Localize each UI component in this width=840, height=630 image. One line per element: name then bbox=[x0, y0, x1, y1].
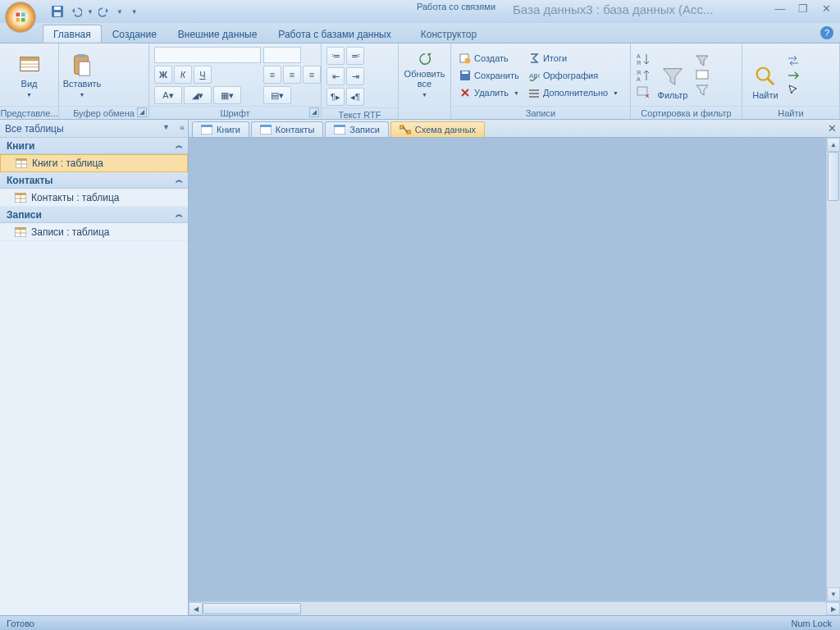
horizontal-scrollbar[interactable]: ◀ ▶ bbox=[189, 601, 840, 615]
save-icon[interactable] bbox=[51, 5, 64, 18]
font-size-combo[interactable] bbox=[263, 47, 301, 63]
svg-point-0 bbox=[13, 10, 28, 25]
underline-button[interactable]: Ч bbox=[194, 66, 212, 84]
close-button[interactable]: ✕ bbox=[817, 2, 835, 15]
bold-button[interactable]: Ж bbox=[154, 66, 172, 84]
ltr-button[interactable]: ¶▸ bbox=[326, 88, 345, 106]
hscroll-thumb[interactable] bbox=[203, 603, 301, 614]
scroll-down-button[interactable]: ▼ bbox=[827, 587, 840, 601]
totals-button[interactable]: Итоги bbox=[525, 50, 622, 66]
toggle-filter-icon[interactable] bbox=[695, 84, 710, 97]
scroll-up-button[interactable]: ▲ bbox=[827, 138, 840, 152]
numbering-button[interactable]: ≕ bbox=[346, 47, 364, 65]
refresh-all-button[interactable]: Обновить все ▼ bbox=[407, 48, 443, 103]
svg-rect-13 bbox=[77, 54, 84, 58]
tab-database-tools[interactable]: Работа с базами данных bbox=[267, 25, 401, 43]
italic-button[interactable]: К bbox=[174, 66, 192, 84]
gridlines-button[interactable]: ▦▾ bbox=[213, 86, 241, 104]
svg-rect-1 bbox=[16, 13, 21, 17]
chevron-up-icon: ︽ bbox=[176, 209, 183, 220]
nav-collapse-icon[interactable]: « bbox=[180, 122, 185, 132]
replace-icon[interactable] bbox=[786, 54, 801, 67]
chevron-up-icon: ︽ bbox=[176, 175, 183, 185]
alt-row-color-button[interactable]: ▤▾ bbox=[263, 86, 291, 104]
paste-button[interactable]: Вставить ▼ bbox=[64, 48, 100, 103]
align-right-button[interactable]: ≡ bbox=[303, 66, 321, 84]
nav-header-label: Все таблицы bbox=[5, 123, 64, 135]
office-button[interactable] bbox=[5, 2, 36, 33]
find-group-label: Найти bbox=[742, 106, 839, 119]
save-record-button[interactable]: Сохранить bbox=[456, 67, 523, 84]
minimize-button[interactable]: — bbox=[771, 2, 789, 15]
close-doc-button[interactable]: ✕ bbox=[828, 122, 837, 135]
selection-filter-icon[interactable] bbox=[695, 54, 710, 67]
qat-customize[interactable]: ▼ bbox=[131, 8, 138, 16]
chevron-up-icon: ︽ bbox=[176, 140, 183, 151]
svg-rect-24 bbox=[462, 71, 468, 74]
views-group-label: Представле... bbox=[0, 106, 58, 119]
table-icon bbox=[16, 158, 27, 168]
restore-button[interactable]: ❐ bbox=[794, 2, 812, 15]
more-button[interactable]: Дополнительно▼ bbox=[525, 84, 622, 101]
nav-dropdown-icon[interactable]: ▼ bbox=[162, 123, 170, 131]
sort-asc-icon[interactable]: АЯ bbox=[636, 52, 651, 66]
clear-sort-icon[interactable] bbox=[636, 84, 651, 99]
redo-dropdown[interactable]: ▼ bbox=[116, 8, 123, 16]
scroll-left-button[interactable]: ◀ bbox=[189, 602, 203, 615]
nav-header[interactable]: Все таблицы ▼ « bbox=[0, 120, 188, 138]
svg-rect-7 bbox=[54, 12, 61, 16]
fill-color-button[interactable]: ◢▾ bbox=[184, 86, 212, 104]
nav-group-contacts[interactable]: Контакты︽ bbox=[0, 172, 188, 189]
doctab-contacts[interactable]: Контакты bbox=[251, 121, 324, 137]
nav-item-records-table[interactable]: Записи : таблица bbox=[0, 223, 188, 241]
advanced-filter-icon[interactable] bbox=[695, 69, 710, 82]
nav-item-contacts-table[interactable]: Контакты : таблица bbox=[0, 189, 188, 207]
tab-create[interactable]: Создание bbox=[102, 25, 167, 43]
table-icon bbox=[260, 125, 272, 135]
undo-icon[interactable] bbox=[69, 5, 82, 18]
svg-rect-55 bbox=[407, 130, 411, 134]
vertical-scrollbar[interactable]: ▲ ▼ bbox=[826, 138, 840, 601]
doctab-records[interactable]: Записи bbox=[325, 121, 389, 137]
find-button[interactable]: Найти bbox=[747, 48, 783, 103]
increase-indent-button[interactable]: ⇥ bbox=[346, 67, 364, 85]
select-icon[interactable] bbox=[786, 84, 801, 97]
filter-button[interactable]: Фильтр bbox=[653, 48, 692, 103]
tab-designer[interactable]: Конструктор bbox=[410, 25, 487, 43]
align-center-button[interactable]: ≡ bbox=[283, 66, 301, 84]
nav-group-records[interactable]: Записи︽ bbox=[0, 207, 188, 223]
tab-home[interactable]: Главная bbox=[43, 25, 102, 43]
spelling-button[interactable]: ABCОрфография bbox=[525, 67, 622, 84]
redo-icon[interactable] bbox=[98, 5, 112, 18]
help-button[interactable]: ? bbox=[820, 26, 833, 39]
scroll-thumb[interactable] bbox=[828, 152, 839, 201]
view-button[interactable]: Вид ▼ bbox=[11, 48, 48, 103]
decrease-indent-button[interactable]: ⇤ bbox=[326, 67, 345, 85]
nav-item-books-table[interactable]: Книги : таблица bbox=[0, 154, 188, 172]
table-icon bbox=[15, 227, 26, 237]
new-record-button[interactable]: Создать bbox=[456, 50, 523, 66]
tab-external-data[interactable]: Внешние данные bbox=[167, 25, 268, 43]
font-color-button[interactable]: A▾ bbox=[154, 86, 182, 104]
more-icon bbox=[528, 87, 540, 98]
clipboard-launcher[interactable]: ◢ bbox=[137, 107, 147, 117]
goto-icon[interactable] bbox=[786, 69, 801, 82]
font-name-combo[interactable] bbox=[154, 47, 261, 63]
sort-desc-icon[interactable]: ЯА bbox=[636, 68, 651, 83]
scroll-right-button[interactable]: ▶ bbox=[826, 602, 840, 615]
rtl-button[interactable]: ◂¶ bbox=[346, 88, 364, 106]
doctab-relationships[interactable]: Схема данных bbox=[390, 121, 485, 137]
nav-item-label: Записи : таблица bbox=[31, 226, 109, 238]
font-launcher[interactable]: ◢ bbox=[309, 107, 319, 117]
doctab-books[interactable]: Книги bbox=[192, 121, 249, 137]
spell-icon: ABC bbox=[528, 70, 540, 81]
svg-rect-9 bbox=[20, 57, 39, 62]
svg-rect-4 bbox=[21, 18, 25, 22]
status-numlock: Num Lock bbox=[791, 619, 832, 628]
paste-icon bbox=[70, 52, 94, 77]
align-left-button[interactable]: ≡ bbox=[263, 66, 281, 84]
nav-group-books[interactable]: Книги︽ bbox=[0, 138, 188, 154]
bullets-button[interactable]: ≔ bbox=[326, 47, 345, 65]
delete-record-button[interactable]: Удалить▼ bbox=[456, 84, 523, 101]
undo-dropdown[interactable]: ▼ bbox=[87, 8, 94, 16]
